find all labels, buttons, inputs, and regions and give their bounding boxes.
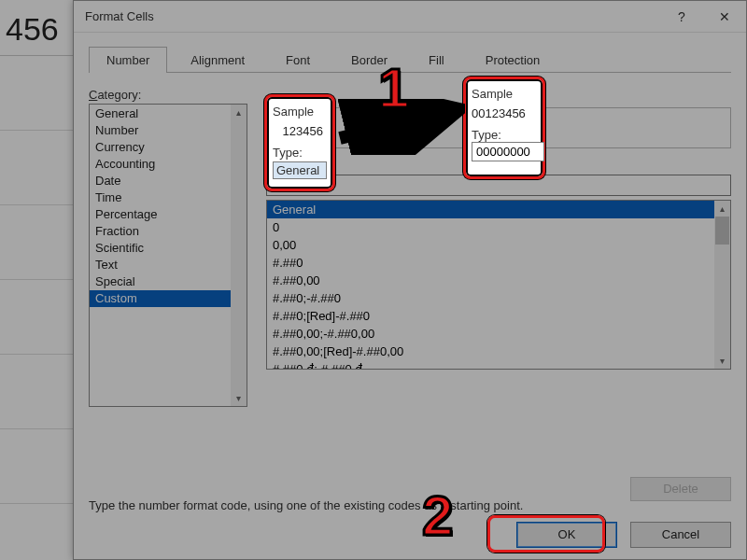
list-item[interactable]: 0 [267, 218, 730, 236]
list-item[interactable]: Custom [90, 290, 247, 307]
tab-number[interactable]: Number [89, 47, 167, 73]
tab-protection[interactable]: Protection [468, 47, 558, 73]
list-item[interactable]: 0,00 [267, 236, 730, 254]
list-item[interactable]: Percentage [90, 206, 247, 223]
list-item[interactable]: Time [90, 189, 247, 206]
scroll-down-icon[interactable]: ▾ [714, 353, 730, 369]
close-button[interactable]: ✕ [703, 1, 746, 33]
tab-fill[interactable]: Fill [411, 47, 462, 73]
list-item[interactable]: General [90, 105, 247, 122]
list-item[interactable]: General [267, 201, 730, 218]
list-item[interactable]: Accounting [90, 156, 247, 173]
list-item[interactable]: Fraction [90, 223, 247, 240]
list-item[interactable]: #.##0,00;[Red]-#.##0,00 [267, 343, 730, 360]
tab-alignment[interactable]: Alignment [173, 47, 262, 73]
scroll-up-icon[interactable]: ▴ [714, 201, 730, 217]
list-item[interactable]: #.##0;[Red]-#.##0 [267, 307, 730, 325]
dialog-body: Category: General Number Currency Accoun… [74, 73, 746, 559]
format-codes-listbox[interactable]: General 0 0,00 #.##0 #.##0,00 #.##0;-#.#… [266, 200, 731, 370]
dialog-footer: OK Cancel [516, 522, 731, 548]
scroll-down-icon[interactable]: ▾ [231, 390, 247, 406]
list-item[interactable]: Text [90, 257, 247, 273]
category-listbox[interactable]: General Number Currency Accounting Date … [89, 104, 247, 407]
list-item[interactable]: #.##0 [267, 254, 730, 272]
list-item[interactable]: #.##0;-#.##0 [267, 289, 730, 307]
scroll-thumb[interactable] [715, 217, 729, 245]
list-item[interactable]: Currency [90, 139, 247, 156]
type-label: Type: [266, 158, 731, 172]
dialog-titlebar: Format Cells ? ✕ [74, 1, 746, 33]
list-item[interactable]: Date [90, 173, 247, 189]
dialog-tabs: Number Alignment Font Border Fill Protec… [89, 46, 731, 73]
format-details: Sample 123456 Type: General 0 0,00 #.##0… [266, 104, 731, 407]
scroll-up-icon[interactable]: ▴ [231, 105, 247, 120]
scrollbar[interactable]: ▴ ▾ [231, 105, 247, 406]
type-input[interactable] [266, 175, 731, 196]
dialog-title: Format Cells [85, 9, 154, 23]
help-button[interactable]: ? [660, 1, 703, 33]
list-item[interactable]: Special [90, 273, 247, 290]
category-label: Category: [89, 88, 731, 102]
list-item[interactable]: Number [90, 122, 247, 139]
hint-text: Type the number format code, using one o… [89, 498, 731, 512]
tab-border[interactable]: Border [333, 47, 405, 73]
sample-label: Sample [275, 100, 320, 113]
cancel-button[interactable]: Cancel [630, 522, 731, 548]
list-item[interactable]: #.##0 ₫;-#.##0 ₫ [267, 360, 730, 370]
tab-font[interactable]: Font [268, 47, 328, 73]
list-item[interactable]: #.##0,00;-#.##0,00 [267, 325, 730, 343]
sample-value: 123456 [276, 125, 317, 139]
ok-button[interactable]: OK [516, 522, 617, 548]
scrollbar[interactable]: ▴ ▾ [714, 201, 730, 369]
list-item[interactable]: #.##0,00 [267, 272, 730, 289]
format-cells-dialog: Format Cells ? ✕ Number Alignment Font B… [73, 0, 747, 560]
list-item[interactable]: Scientific [90, 240, 247, 257]
sample-group: Sample 123456 [266, 107, 731, 148]
